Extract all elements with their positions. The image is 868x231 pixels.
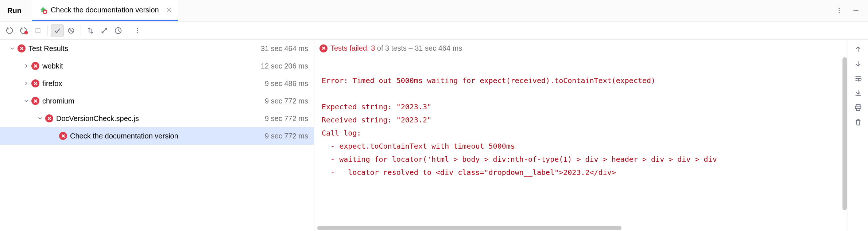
tree-row-label: DocVersionCheck.spec.js [56, 114, 139, 123]
prev-occurrence-icon[interactable] [852, 43, 865, 56]
fail-icon [18, 44, 26, 52]
svg-point-3 [839, 12, 840, 13]
show-passed-icon[interactable] [51, 24, 64, 37]
chevron-right-icon[interactable] [21, 61, 31, 71]
right-gutter [848, 40, 868, 231]
tool-window-title: Run [7, 7, 22, 15]
chevron-down-icon[interactable] [35, 113, 45, 124]
test-toolbar [0, 21, 868, 40]
tree-row-time: 12 sec 206 ms [261, 62, 308, 70]
svg-point-10 [137, 32, 138, 33]
run-tabbar: Run Check the documentation version [0, 0, 868, 21]
chevron-down-icon[interactable] [21, 96, 31, 106]
sort-icon[interactable] [84, 24, 97, 37]
tree-row-label: Test Results [28, 44, 68, 53]
horizontal-scrollbar[interactable] [317, 226, 842, 230]
print-icon[interactable] [852, 101, 865, 114]
tree-row-time: 9 sec 772 ms [265, 97, 308, 105]
svg-point-1 [839, 8, 840, 9]
chevron-right-icon[interactable] [21, 78, 31, 89]
fail-icon [319, 44, 328, 52]
close-tab-icon[interactable] [166, 7, 172, 13]
tree-row[interactable]: firefox9 sec 486 ms [0, 75, 314, 92]
tree-row[interactable]: Check the documentation version9 sec 772… [0, 127, 314, 145]
fail-icon [31, 97, 39, 105]
chevron-down-icon[interactable] [7, 43, 18, 54]
show-ignored-icon[interactable] [65, 24, 78, 37]
rerun-icon[interactable] [4, 24, 17, 37]
svg-point-9 [137, 30, 138, 31]
test-summary: Tests failed: 3 of 3 tests – 31 sec 464 … [314, 40, 848, 57]
test-tree: Test Results31 sec 464 mswebkit12 sec 20… [0, 40, 314, 231]
minimize-icon[interactable] [849, 4, 863, 17]
vertical-scrollbar[interactable] [842, 57, 847, 231]
fail-icon [31, 62, 39, 70]
soft-wrap-icon[interactable] [852, 72, 865, 85]
fail-icon [59, 132, 67, 140]
tree-row-label: chromium [42, 97, 74, 105]
summary-failed-label: Tests failed: [330, 44, 371, 52]
svg-point-2 [839, 10, 840, 11]
tree-row-time: 9 sec 772 ms [265, 132, 308, 140]
tree-row[interactable]: webkit12 sec 206 ms [0, 57, 314, 75]
tree-row-time: 9 sec 486 ms [265, 79, 308, 88]
fail-icon [45, 114, 53, 122]
next-occurrence-icon[interactable] [852, 57, 865, 70]
history-icon[interactable] [112, 24, 125, 37]
console-text: Error: Timed out 5000ms waiting for expe… [322, 61, 848, 179]
run-config-tab[interactable]: Check the documentation version [32, 0, 178, 21]
fail-icon [31, 79, 39, 87]
tree-row-label: firefox [42, 79, 62, 88]
output-pane: Tests failed: 3 of 3 tests – 31 sec 464 … [314, 40, 848, 231]
summary-rest: of 3 tests – 31 sec 464 ms [375, 44, 462, 52]
console-output[interactable]: Error: Timed out 5000ms waiting for expe… [314, 57, 848, 231]
tree-row-label: Check the documentation version [70, 132, 178, 140]
clear-icon[interactable] [852, 116, 865, 129]
scroll-to-end-icon[interactable] [852, 86, 865, 99]
tree-row-time: 31 sec 464 ms [261, 44, 308, 53]
summary-failed-count: 3 [371, 44, 375, 52]
tree-row-label: webkit [42, 62, 63, 70]
more-icon[interactable] [131, 24, 144, 37]
svg-point-4 [24, 31, 28, 34]
tree-row-time: 9 sec 772 ms [265, 114, 308, 123]
expand-all-icon[interactable] [98, 24, 111, 37]
tree-row[interactable]: DocVersionCheck.spec.js9 sec 772 ms [0, 110, 314, 127]
stop-icon[interactable] [31, 24, 44, 37]
svg-point-8 [137, 28, 138, 29]
scenario-icon [39, 6, 47, 14]
tree-row[interactable]: chromium9 sec 772 ms [0, 92, 314, 110]
tree-row[interactable]: Test Results31 sec 464 ms [0, 40, 314, 57]
svg-rect-5 [36, 28, 40, 33]
options-icon[interactable] [832, 4, 846, 17]
rerun-failed-icon[interactable] [18, 24, 31, 37]
run-config-tab-label: Check the documentation version [51, 6, 159, 14]
